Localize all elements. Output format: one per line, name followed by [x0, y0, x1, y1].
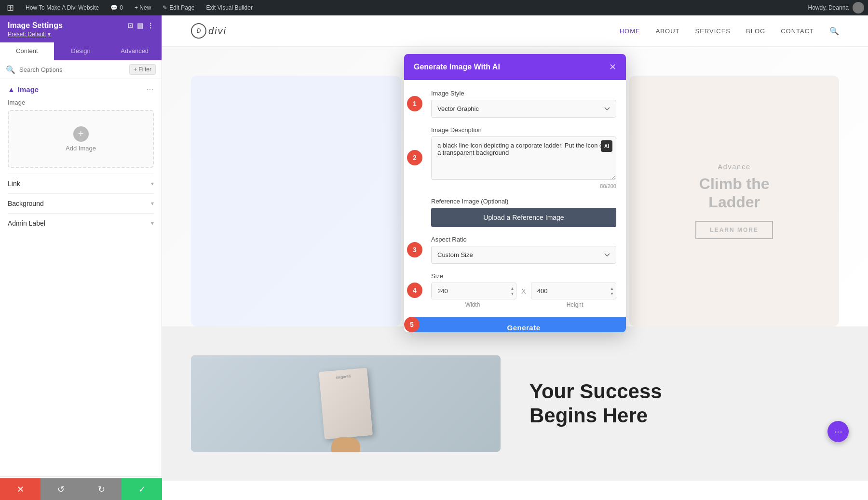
tab-advanced[interactable]: Advanced	[108, 42, 162, 60]
left-panel: Image Settings ⊡ ▤ ⋮ Preset: Default ▾ C…	[0, 15, 162, 500]
redo-button[interactable]: ↻	[81, 478, 122, 500]
ai-badge[interactable]: AI	[601, 140, 612, 152]
book-shape: elegantik	[319, 368, 373, 439]
width-down-spinner[interactable]: ▼	[510, 291, 515, 296]
panel-header: Image Settings ⊡ ▤ ⋮ Preset: Default ▾	[0, 15, 162, 42]
exit-builder-link[interactable]: Exit Visual Builder	[203, 0, 256, 15]
aspect-ratio-label: Aspect Ratio	[431, 236, 616, 243]
reference-image-label: Reference Image (Optional)	[431, 198, 616, 205]
background-arrow-icon: ▾	[151, 200, 154, 207]
site-bottom: elegantik Your Success Begins Here	[162, 326, 868, 481]
comments-link[interactable]: 💬 0	[108, 0, 126, 15]
height-input[interactable]	[531, 283, 616, 299]
link-section[interactable]: Link ▾	[8, 174, 154, 193]
size-label: Size	[431, 272, 616, 280]
nav-services[interactable]: SERVICES	[695, 27, 731, 35]
wp-logo[interactable]: ⊞	[4, 0, 17, 15]
step-2-badge: 2	[407, 150, 422, 165]
nav-contact[interactable]: CONTACT	[781, 27, 814, 35]
image-style-label: Image Style	[431, 90, 616, 97]
panel-tabs: Content Design Advanced	[0, 42, 162, 60]
book-text: elegantik	[324, 373, 363, 381]
hero-card-left	[191, 76, 401, 326]
width-up-spinner[interactable]: ▲	[510, 286, 515, 291]
climb-title: Climb the Ladder	[699, 175, 770, 212]
panel-title-icons: ⊡ ▤ ⋮	[127, 22, 154, 29]
add-image-label: Add Image	[66, 145, 96, 152]
image-description-field: Image Description a black line icon depi…	[431, 126, 616, 189]
image-section-title: ▲ Image	[8, 85, 39, 94]
site-nav-links: HOME ABOUT SERVICES BLOG CONTACT 🔍	[620, 27, 839, 36]
save-button[interactable]: ✓	[122, 478, 162, 500]
modal-title: Generate Image With AI	[414, 63, 500, 71]
site-name[interactable]: How To Make A Divi Website	[23, 0, 102, 15]
save-icon: ✓	[138, 484, 146, 495]
aspect-ratio-select[interactable]: Custom Size	[431, 246, 616, 264]
modal-body: 1 Image Style Vector Graphic 2 Image Des…	[404, 80, 626, 332]
search-input[interactable]	[19, 66, 125, 73]
section-collapse-icon[interactable]: ▲	[8, 85, 15, 94]
bottom-text: Your Success Begins Here	[529, 379, 839, 428]
upload-reference-button[interactable]: Upload a Reference Image	[431, 208, 616, 227]
filter-button[interactable]: + Filter	[129, 64, 156, 75]
panel-title-row: Image Settings ⊡ ▤ ⋮	[8, 21, 154, 30]
height-up-spinner[interactable]: ▲	[610, 286, 614, 291]
tab-content[interactable]: Content	[0, 42, 54, 60]
height-down-spinner[interactable]: ▼	[610, 291, 614, 296]
site-logo: D divi	[191, 23, 227, 39]
image-style-select[interactable]: Vector Graphic	[431, 100, 616, 118]
width-input[interactable]	[431, 283, 516, 299]
step1-wrapper: 1 Image Style Vector Graphic	[431, 90, 616, 118]
reference-image-field: Reference Image (Optional) Upload a Refe…	[431, 198, 616, 227]
responsive-icon[interactable]: ⊡	[127, 22, 133, 29]
fab-button[interactable]: ⋯	[827, 421, 849, 442]
discard-icon: ✕	[17, 484, 24, 495]
step-4-badge: 4	[407, 283, 422, 298]
search-icon: 🔍	[6, 65, 15, 74]
step-3-badge: 3	[407, 242, 422, 257]
more-icon[interactable]: ⋮	[147, 22, 154, 29]
height-spinners: ▲ ▼	[610, 286, 614, 296]
ai-modal-container: Generate Image With AI ✕ 1 Image Style V…	[404, 54, 626, 332]
step3-wrapper: 3 Aspect Ratio Custom Size	[431, 236, 616, 264]
main-wrapper: Image Settings ⊡ ▤ ⋮ Preset: Default ▾ C…	[0, 15, 868, 500]
panel-body: ▲ Image ⋯ Image + Add Image Link ▾ Backg…	[0, 79, 162, 476]
generate-button[interactable]: Generate	[412, 317, 626, 332]
tab-design[interactable]: Design	[54, 42, 108, 60]
nav-blog[interactable]: BLOG	[746, 27, 765, 35]
edit-page-link[interactable]: ✎ Edit Page	[160, 0, 197, 15]
undo-button[interactable]: ↺	[41, 478, 81, 500]
new-link[interactable]: + New	[132, 0, 154, 15]
wireframe-icon[interactable]: ▤	[137, 22, 143, 29]
user-avatar[interactable]	[853, 2, 864, 14]
width-input-wrap: ▲ ▼	[431, 283, 516, 299]
add-image-plus-icon: +	[73, 126, 89, 142]
link-arrow-icon: ▾	[151, 180, 154, 187]
size-x-separator: X	[521, 287, 526, 295]
image-label: Image	[8, 99, 154, 106]
redo-icon: ↻	[98, 484, 105, 495]
nav-home[interactable]: HOME	[620, 27, 640, 35]
background-section[interactable]: Background ▾	[8, 193, 154, 213]
size-row: ▲ ▼ X ▲ ▼	[431, 283, 616, 299]
modal-close-button[interactable]: ✕	[609, 62, 616, 72]
admin-label-section[interactable]: Admin Label ▾	[8, 213, 154, 233]
nav-about[interactable]: ABOUT	[656, 27, 680, 35]
image-description-textarea[interactable]: a black line icon depicting a corporate …	[431, 136, 616, 180]
book-image: elegantik	[307, 360, 384, 452]
hand-shape	[331, 437, 360, 452]
learn-more-button[interactable]: LEARN MORE	[695, 221, 773, 239]
nav-search-icon[interactable]: 🔍	[829, 27, 839, 36]
step4-wrapper: 4 Size ▲ ▼	[431, 272, 616, 308]
panel-title-text: Image Settings	[8, 21, 63, 30]
image-description-label: Image Description	[431, 126, 616, 134]
section-menu-icon[interactable]: ⋯	[146, 85, 154, 94]
undo-icon: ↺	[57, 484, 65, 495]
admin-bar: ⊞ How To Make A Divi Website 💬 0 + New ✎…	[0, 0, 868, 15]
admin-label-arrow-icon: ▾	[151, 220, 154, 227]
discard-button[interactable]: ✕	[0, 478, 41, 500]
advance-label: Advance	[718, 163, 750, 171]
add-image-area[interactable]: + Add Image	[8, 110, 154, 168]
website-area: D divi HOME ABOUT SERVICES BLOG CONTACT …	[162, 15, 868, 500]
bottom-image: elegantik	[191, 355, 501, 452]
